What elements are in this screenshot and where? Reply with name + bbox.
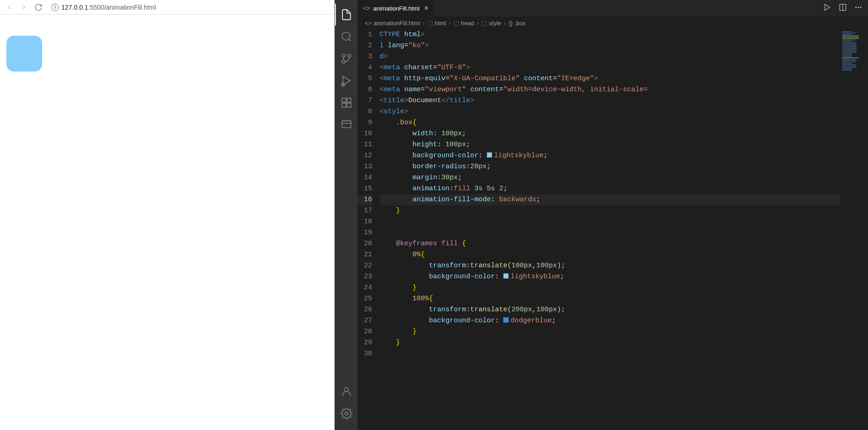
activity-bar bbox=[335, 0, 357, 430]
breadcrumb-file[interactable]: <> animationFill.html bbox=[365, 20, 420, 27]
symbol-icon: ⬚ bbox=[428, 20, 433, 27]
editor-area: <> animationFill.html × <> animationFill… bbox=[357, 0, 868, 430]
code-line[interactable]: background-color: lightskyblue; bbox=[379, 150, 841, 161]
svg-rect-11 bbox=[342, 121, 351, 127]
code-line[interactable]: <title>Document</title> bbox=[379, 95, 841, 106]
code-line[interactable] bbox=[379, 348, 841, 359]
code-line[interactable] bbox=[379, 216, 841, 227]
code-line[interactable]: margin:30px; bbox=[379, 172, 841, 183]
tab-close-button[interactable]: × bbox=[424, 4, 429, 12]
code-line[interactable]: <style> bbox=[379, 106, 841, 117]
breadcrumb-style[interactable]: ⬚ style bbox=[482, 20, 501, 27]
line-number: 30 bbox=[357, 348, 372, 359]
browser-reload-button[interactable] bbox=[33, 2, 44, 13]
breadcrumb-separator: › bbox=[423, 20, 424, 27]
code-line[interactable]: <meta http-equiv="X-UA-Compatible" conte… bbox=[379, 73, 841, 84]
code-editor[interactable]: 1234567891011121314151617181920212223242… bbox=[357, 29, 868, 430]
code-line[interactable]: 0%{ bbox=[379, 249, 841, 260]
svg-point-19 bbox=[858, 7, 859, 8]
svg-marker-15 bbox=[825, 4, 830, 11]
code-line[interactable]: <meta name="viewport" content="width=dev… bbox=[379, 84, 841, 95]
explorer-activity[interactable] bbox=[335, 4, 357, 26]
extensions-activity[interactable] bbox=[335, 92, 357, 114]
tabs-bar: <> animationFill.html × bbox=[357, 0, 868, 17]
breadcrumb-head[interactable]: ⬚ head bbox=[454, 20, 474, 27]
code-line[interactable]: background-color: lightskyblue; bbox=[379, 271, 841, 282]
svg-point-14 bbox=[345, 412, 348, 415]
code-line[interactable]: animation-fill-mode: backwards; bbox=[379, 194, 841, 205]
code-line[interactable]: l lang="ko"> bbox=[379, 40, 841, 51]
reload-icon bbox=[34, 3, 43, 11]
svg-point-4 bbox=[342, 60, 345, 63]
run-debug-icon bbox=[341, 75, 352, 87]
code-line[interactable] bbox=[379, 227, 841, 238]
svg-point-18 bbox=[855, 7, 857, 8]
line-number: 21 bbox=[357, 249, 372, 260]
split-editor-button[interactable] bbox=[839, 3, 847, 13]
more-actions-button[interactable] bbox=[854, 3, 863, 13]
search-activity[interactable] bbox=[335, 26, 357, 48]
code-line[interactable]: border-radius:20px; bbox=[379, 161, 841, 172]
run-button[interactable] bbox=[823, 3, 831, 13]
arrow-right-icon bbox=[20, 3, 28, 11]
breadcrumb-separator: › bbox=[449, 20, 450, 27]
source-control-activity[interactable] bbox=[335, 48, 357, 70]
browser-preview-icon bbox=[341, 119, 352, 131]
line-number: 8 bbox=[357, 106, 372, 117]
minimap[interactable] bbox=[841, 29, 868, 430]
code-line[interactable]: } bbox=[379, 282, 841, 293]
url-text: 127.0.0.1:5500/animationFill.html bbox=[61, 4, 156, 11]
line-number: 5 bbox=[357, 73, 372, 84]
browser-forward-button[interactable] bbox=[18, 2, 29, 13]
line-number: 28 bbox=[357, 326, 372, 337]
code-line[interactable]: @keyframes fill { bbox=[379, 238, 841, 249]
play-icon bbox=[823, 3, 831, 11]
svg-point-2 bbox=[342, 54, 345, 57]
line-number: 22 bbox=[357, 260, 372, 271]
breadcrumbs[interactable]: <> animationFill.html › ⬚ html › ⬚ head … bbox=[357, 17, 868, 29]
line-number: 13 bbox=[357, 161, 372, 172]
code-line[interactable]: transform:translate(100px,100px); bbox=[379, 260, 841, 271]
code-line[interactable]: background-color: dodgerblue; bbox=[379, 315, 841, 326]
code-line[interactable]: height: 100px; bbox=[379, 139, 841, 150]
search-icon bbox=[341, 31, 352, 43]
editor-tab[interactable]: <> animationFill.html × bbox=[357, 0, 434, 17]
breadcrumb-html[interactable]: ⬚ html bbox=[428, 20, 446, 27]
url-bar[interactable]: i 127.0.0.1:5500/animationFill.html bbox=[51, 4, 156, 11]
code-line[interactable]: .box{ bbox=[379, 117, 841, 128]
line-number: 18 bbox=[357, 216, 372, 227]
breadcrumb-box[interactable]: {} .box bbox=[509, 20, 526, 27]
code-line[interactable]: transform:translate(200px,100px); bbox=[379, 304, 841, 315]
line-number: 19 bbox=[357, 227, 372, 238]
breadcrumb-separator: › bbox=[477, 20, 479, 27]
code-line[interactable]: } bbox=[379, 326, 841, 337]
live-server-activity[interactable] bbox=[335, 114, 357, 136]
files-icon bbox=[341, 9, 352, 21]
line-number: 7 bbox=[357, 95, 372, 106]
line-number: 17 bbox=[357, 205, 372, 216]
tabs-actions bbox=[823, 0, 868, 17]
accounts-activity[interactable] bbox=[335, 380, 357, 402]
settings-activity[interactable] bbox=[335, 402, 357, 424]
line-number: 29 bbox=[357, 337, 372, 348]
svg-rect-8 bbox=[347, 98, 351, 102]
code-line[interactable]: animation:fill 3s 5s 2; bbox=[379, 183, 841, 194]
git-branch-icon bbox=[341, 53, 352, 65]
minimap-content bbox=[842, 31, 866, 71]
code-content[interactable]: CTYPE html>l lang="ko">d><meta charset="… bbox=[379, 29, 841, 430]
code-line[interactable]: } bbox=[379, 205, 841, 216]
code-line[interactable]: width: 100px; bbox=[379, 128, 841, 139]
code-line[interactable]: CTYPE html> bbox=[379, 29, 841, 40]
svg-point-13 bbox=[345, 387, 349, 391]
line-number: 15 bbox=[357, 183, 372, 194]
line-number: 24 bbox=[357, 282, 372, 293]
code-line[interactable]: 100%{ bbox=[379, 293, 841, 304]
line-number: 20 bbox=[357, 238, 372, 249]
css-selector-icon: {} bbox=[509, 20, 513, 27]
code-line[interactable]: <meta charset="UTF-8"> bbox=[379, 62, 841, 73]
code-line[interactable]: } bbox=[379, 337, 841, 348]
run-debug-activity[interactable] bbox=[335, 70, 357, 92]
line-number: 25 bbox=[357, 293, 372, 304]
code-line[interactable]: d> bbox=[379, 51, 841, 62]
browser-back-button[interactable] bbox=[4, 2, 15, 13]
